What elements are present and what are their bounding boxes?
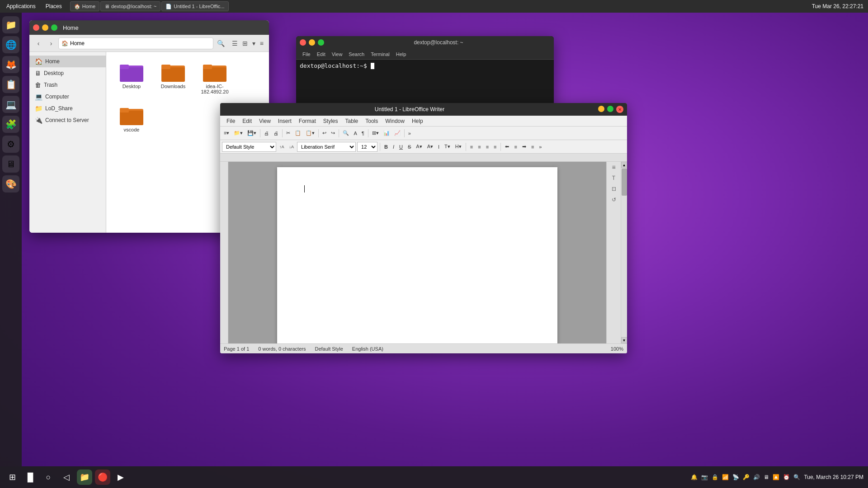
lo-style-btn1[interactable]: ↑A [278,142,286,152]
taskbar-back-icon[interactable]: ◁ [59,469,74,485]
sidebar-item-desktop[interactable]: 🖥 Desktop [29,67,106,79]
lo-highlight-btn[interactable]: T▾ [443,142,452,152]
lo-subscript-btn[interactable]: A▾ [425,142,435,152]
lo-max-btn[interactable] [607,106,613,112]
lo-underline-btn[interactable]: U [397,142,405,152]
fm-back-btn[interactable]: ‹ [33,38,44,49]
taskbar-search-icon[interactable]: 🔍 [793,474,800,480]
terminal-menu-file[interactable]: File [300,51,313,58]
fm-item-idea[interactable]: idea-IC-182.4892.20 [197,59,233,97]
lo-format-more[interactable]: » [537,142,543,152]
lo-min-btn[interactable] [598,106,604,112]
lo-tb-chart[interactable]: 📊 [382,128,392,138]
taskbar-terminal-tab[interactable]: 🖥 dextop@localhost: ~ [100,1,160,11]
lo-menu-window[interactable]: Window [382,117,408,125]
lo-close-btn[interactable]: ✕ [616,106,623,113]
term-close-btn[interactable] [300,39,306,46]
lo-numlist-btn[interactable]: ≡ [476,142,482,152]
lo-document-area[interactable] [228,162,606,343]
terminal-menu-terminal[interactable]: Terminal [368,51,392,58]
lo-tb-more[interactable]: » [406,128,413,138]
lo-tb-cut[interactable]: ✂ [284,128,292,138]
terminal-body[interactable]: dextop@localhost:~$ [296,60,554,106]
lo-tb-save[interactable]: 💾▾ [245,128,258,138]
lo-strikethrough-btn[interactable]: S [406,142,413,152]
taskbar-clock-icon[interactable]: ⏰ [783,474,790,480]
taskbar-grid-icon[interactable]: ⊞ [5,469,20,485]
lo-align-justify[interactable]: ≡ [529,142,536,152]
lo-panel-btn1[interactable]: ≡ [607,162,621,173]
taskbar-bluetooth-icon[interactable]: 📡 [732,474,739,480]
lo-tb-print[interactable]: 🖨 [262,128,271,138]
fm-item-vscode[interactable]: vscode [113,103,150,135]
fm-search-btn[interactable]: 🔍 [215,40,226,47]
lo-bold-btn[interactable]: B [382,142,390,152]
dock-files-icon[interactable]: 📁 [2,16,19,33]
lo-tb-new[interactable]: ≡▾ [222,128,231,138]
lo-tb-bar-chart[interactable]: 📈 [392,128,402,138]
fm-grid-view-btn[interactable]: ⊞ [241,39,250,48]
terminal-menu-help[interactable]: Help [393,51,409,58]
dock-firefox-icon[interactable]: 🦊 [2,56,19,73]
lo-style-btn2[interactable]: ↓A [288,142,296,152]
lo-tb-table[interactable]: ⊞▾ [370,128,381,138]
lo-char-color-btn[interactable]: H▾ [453,142,463,152]
lo-tb-redo[interactable]: ↪ [329,128,337,138]
lo-size-select[interactable]: 12 [357,142,377,152]
lo-tb-paste[interactable]: 📋▾ [304,128,316,138]
lo-menu-edit[interactable]: Edit [239,117,255,125]
taskbar-home-tab[interactable]: 🏠 Home [70,1,99,11]
fm-forward-btn[interactable]: › [46,38,57,49]
sidebar-item-computer[interactable]: 💻 Computer [29,91,106,103]
taskbar-volume-icon[interactable]: 🔊 [753,474,760,480]
lo-menu-insert[interactable]: Insert [274,117,295,125]
applications-menu[interactable]: Applications [2,2,40,10]
terminal-menu-view[interactable]: View [329,51,345,58]
taskbar-lock-icon[interactable]: 🔒 [712,474,718,480]
lo-list-btn[interactable]: ≡ [468,142,475,152]
terminal-menu-edit[interactable]: Edit [314,51,328,58]
lo-indent-right[interactable]: ≡ [492,142,498,152]
lo-menu-tools[interactable]: Tools [362,117,382,125]
lo-scroll-down-btn[interactable]: ▼ [621,337,627,343]
lo-menu-file[interactable]: File [223,117,239,125]
lo-tb-copy[interactable]: 📋 [293,128,303,138]
lo-align-left[interactable]: ⬅ [503,142,511,152]
lo-align-center[interactable]: ≡ [512,142,519,152]
fm-max-btn[interactable] [51,24,57,31]
lo-scroll-thumb[interactable] [622,169,627,196]
lo-align-right[interactable]: ➡ [520,142,528,152]
taskbar-update-icon[interactable]: 🔼 [773,474,779,480]
taskbar-arrow-icon[interactable]: ▶ [113,469,128,485]
lo-page[interactable] [277,167,557,343]
fm-item-desktop[interactable]: Desktop [113,59,150,97]
lo-italic-btn[interactable]: I [391,142,396,152]
lo-menu-view[interactable]: View [255,117,274,125]
taskbar-notif-icon[interactable]: 🔔 [691,474,698,480]
sidebar-item-connect-server[interactable]: 🔌 Connect to Server [29,114,106,126]
lo-menu-format[interactable]: Format [295,117,320,125]
sidebar-item-lod-share[interactable]: 📁 LoD_Share [29,103,106,114]
term-max-btn[interactable] [318,39,324,46]
lo-tb-undo[interactable]: ↩ [321,128,328,138]
taskbar-redapp-icon[interactable]: 🔴 [95,469,110,485]
fm-item-downloads[interactable]: Downloads [155,59,191,97]
lo-menu-styles[interactable]: Styles [320,117,342,125]
taskbar-display-icon[interactable]: 🖥 [764,474,769,480]
terminal-menu-search[interactable]: Search [346,51,367,58]
dock-browser-icon[interactable]: 🌐 [2,36,19,53]
lo-tb-preview[interactable]: 🖨 [272,128,280,138]
lo-font-select[interactable]: Liberation Serif [297,142,356,152]
lo-menu-table[interactable]: Table [342,117,362,125]
lo-panel-btn2[interactable]: T [607,173,621,183]
taskbar-nautilus-icon[interactable]: 📁 [77,469,92,485]
dock-ide-icon[interactable]: 💻 [2,96,19,113]
lo-superscript-btn[interactable]: A▾ [414,142,424,152]
taskbar-activities-icon[interactable]: ○ [41,469,56,485]
lo-tb-open[interactable]: 📁▾ [232,128,245,138]
lo-indent-left[interactable]: ≡ [484,142,491,152]
dock-apps-icon[interactable]: 📋 [2,76,19,93]
places-menu[interactable]: Places [41,2,66,10]
dock-puzzle-icon[interactable]: 🧩 [2,116,19,133]
taskbar-key-icon[interactable]: 🔑 [743,474,750,480]
